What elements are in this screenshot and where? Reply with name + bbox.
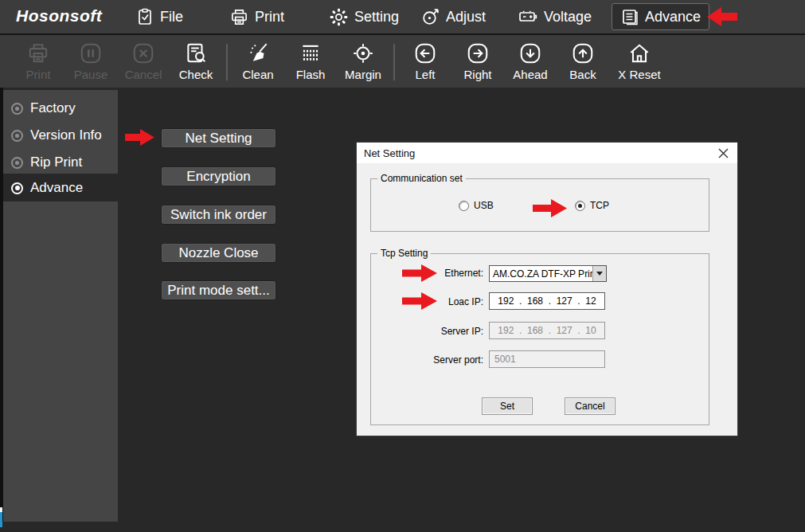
toolbar-item-label: Print <box>26 68 51 82</box>
ethernet-selected-value: AM.CO.ZA DTF-XP Printer <box>490 268 592 280</box>
sidebar-item-rip-print[interactable]: Rip Print <box>3 149 118 176</box>
ethernet-select[interactable]: AM.CO.ZA DTF-XP Printer <box>489 265 607 282</box>
radio-icon <box>11 130 23 142</box>
menu-item-file[interactable]: File <box>135 0 183 33</box>
print-mode-setting-button[interactable]: Print mode sett... <box>161 280 276 300</box>
crosshair-icon <box>351 39 375 68</box>
sidebar-item-label: Version Info <box>30 127 102 143</box>
toolbar: Print Pause Cancel Check Clean Flash Mar… <box>0 35 805 88</box>
gear-icon <box>329 7 349 27</box>
doc-search-icon <box>184 39 208 68</box>
toolbar-item-label: Flash <box>296 68 326 82</box>
local-ip-label: Loac IP: <box>371 296 483 307</box>
arrow-left-icon <box>413 39 437 68</box>
cancel-icon <box>131 39 155 68</box>
sidebar-item-factory[interactable]: Factory <box>3 95 118 122</box>
toolbar-item-label: Right <box>463 68 491 82</box>
annotation-arrow-advance <box>707 7 737 29</box>
toolbar-check-button[interactable]: Check <box>174 39 218 85</box>
toolbar-item-label: Pause <box>74 68 108 82</box>
menu-bar: Hosonsoft File Print Setting Adjust Volt… <box>0 0 805 33</box>
toolbar-item-label: Check <box>179 68 213 82</box>
button-label: Switch ink order <box>170 207 267 223</box>
net-setting-button[interactable]: Net Setting <box>161 128 276 148</box>
background-window-sliver-blue <box>0 512 2 527</box>
arrow-down-icon <box>518 39 542 68</box>
toolbar-item-label: Cancel <box>125 68 162 82</box>
target-icon <box>420 7 440 27</box>
sidebar-panel-top: Factory Version Info Rip Print <box>3 90 118 174</box>
switch-ink-order-button[interactable]: Switch ink order <box>161 205 276 225</box>
toolbar-left-button[interactable]: Left <box>403 39 447 85</box>
toolbar-flash-button[interactable]: Flash <box>288 39 333 85</box>
radio-selected-icon <box>575 201 585 211</box>
local-ip-input[interactable] <box>489 292 605 310</box>
nozzle-close-button[interactable]: Nozzle Close <box>161 243 276 263</box>
toolbar-separator <box>393 44 395 80</box>
nozzle-grid-icon <box>299 39 322 68</box>
toolbar-separator <box>226 44 228 80</box>
radio-icon <box>459 201 469 211</box>
net-setting-dialog: Net Setting Communication set USB TCP Tc… <box>356 142 738 436</box>
toolbar-pause-button: Pause <box>68 39 113 85</box>
combo-dropdown-button[interactable] <box>592 266 606 281</box>
toolbar-item-label: Margin <box>345 68 381 82</box>
radio-icon <box>11 157 23 169</box>
radio-label: TCP <box>590 200 609 211</box>
menu-item-advance[interactable]: Advance <box>612 3 709 30</box>
radio-label: USB <box>474 200 494 211</box>
printer-icon <box>26 39 50 68</box>
sidebar-panel-bottom <box>3 201 118 522</box>
button-label: Print mode sett... <box>167 283 270 299</box>
toolbar-clean-button[interactable]: Clean <box>236 39 280 85</box>
tcp-radio[interactable]: TCP <box>575 200 609 211</box>
tcp-setting-group: Tcp Setting Ethernet: AM.CO.ZA DTF-XP Pr… <box>370 253 709 425</box>
menu-item-adjust[interactable]: Adjust <box>420 0 486 33</box>
dialog-title-bar[interactable]: Net Setting <box>357 143 737 163</box>
menu-item-label: File <box>160 9 183 25</box>
menu-item-setting[interactable]: Setting <box>329 0 399 33</box>
toolbar-ahead-button[interactable]: Ahead <box>508 39 553 85</box>
encryption-button[interactable]: Encryption <box>161 166 276 186</box>
toolbar-xreset-button[interactable]: X Reset <box>613 39 666 85</box>
toolbar-item-label: X Reset <box>618 68 660 82</box>
communication-set-group: Communication set USB TCP <box>370 178 709 232</box>
app-logo: Hosonsoft <box>16 6 102 25</box>
menu-item-label: Adjust <box>446 9 486 25</box>
main-content: Factory Version Info Rip Print Advance N… <box>0 88 805 532</box>
usb-radio[interactable]: USB <box>459 200 494 211</box>
toolbar-item-label: Back <box>569 68 596 82</box>
toolbar-item-label: Left <box>415 68 435 82</box>
menu-item-print[interactable]: Print <box>229 0 284 33</box>
sidebar-item-advance[interactable]: Advance <box>3 177 118 199</box>
toolbar-back-button[interactable]: Back <box>561 39 605 85</box>
group-title: Tcp Setting <box>377 248 431 259</box>
broom-icon <box>246 39 270 68</box>
toolbar-margin-button[interactable]: Margin <box>341 39 385 85</box>
arrow-up-icon <box>571 39 595 68</box>
server-ip-label: Server IP: <box>371 326 483 337</box>
list-icon <box>620 7 639 26</box>
cancel-button[interactable]: Cancel <box>565 397 615 415</box>
close-icon[interactable] <box>717 147 729 159</box>
battery-icon <box>518 6 538 27</box>
toolbar-cancel-button: Cancel <box>121 39 166 85</box>
sidebar-item-label: Factory <box>30 100 76 116</box>
button-label: Cancel <box>575 401 604 412</box>
button-label: Encryption <box>186 169 250 185</box>
server-ip-input <box>489 322 605 339</box>
sidebar-item-label: Rip Print <box>30 155 82 170</box>
dialog-title: Net Setting <box>364 147 415 159</box>
button-label: Net Setting <box>185 131 252 147</box>
home-icon <box>627 39 651 68</box>
sidebar-item-label: Advance <box>30 180 83 196</box>
toolbar-item-label: Ahead <box>513 68 547 82</box>
toolbar-right-button[interactable]: Right <box>455 39 500 85</box>
menu-item-voltage[interactable]: Voltage <box>518 0 592 33</box>
radio-selected-icon <box>11 182 23 194</box>
set-button[interactable]: Set <box>482 397 533 415</box>
toolbar-print-button: Print <box>16 39 61 85</box>
menu-item-label: Setting <box>354 9 399 25</box>
sidebar-item-version-info[interactable]: Version Info <box>3 122 118 149</box>
menu-item-label: Print <box>255 9 284 25</box>
